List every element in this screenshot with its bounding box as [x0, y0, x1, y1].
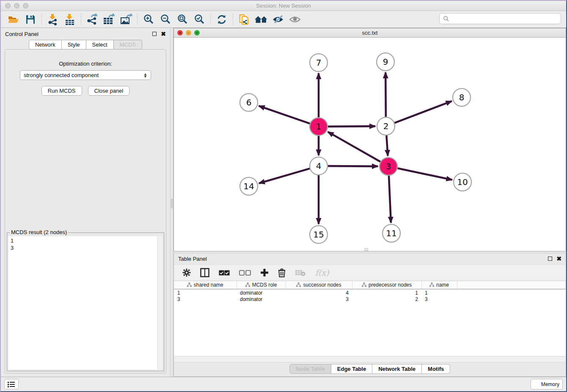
close-panel-button[interactable]: Close panel — [88, 86, 130, 96]
graph-edge-2-9[interactable] — [385, 72, 386, 117]
zoom-window-button[interactable] — [23, 3, 28, 8]
graph-node-2[interactable]: 2 — [377, 117, 395, 135]
column-header-successor-nodes[interactable]: successor nodes — [286, 281, 352, 289]
apply-style-button[interactable] — [213, 12, 230, 27]
open-session-button[interactable] — [5, 12, 22, 27]
close-window-button[interactable] — [5, 3, 11, 8]
column-header-name[interactable]: name — [421, 281, 457, 289]
close-panel-icon[interactable]: ✖ — [556, 257, 561, 261]
delete-table-button[interactable] — [295, 267, 306, 279]
graph-node-9[interactable]: 9 — [377, 53, 394, 71]
table-cell[interactable]: 2 — [352, 296, 421, 303]
column-label: shared name — [194, 282, 223, 288]
graph-node-10[interactable]: 10 — [454, 173, 471, 191]
show-task-history-button[interactable] — [4, 379, 19, 389]
hide-graphics-details-button[interactable] — [270, 12, 286, 27]
tab-network-table[interactable]: Network Table — [372, 364, 422, 374]
panel-splitter[interactable] — [170, 28, 173, 377]
tab-style[interactable]: Style — [62, 40, 86, 50]
column-header-predecessor-nodes[interactable]: predecessor nodes — [352, 281, 421, 289]
graph-node-7[interactable]: 7 — [310, 54, 328, 72]
graph-edge-2-3[interactable] — [386, 135, 388, 156]
mcds-result-list[interactable]: 1 3 — [8, 236, 157, 370]
table-hscrollbar[interactable] — [174, 356, 566, 362]
graph-node-3[interactable]: 3 — [380, 157, 397, 175]
zoom-out-button[interactable] — [157, 12, 174, 27]
float-panel-icon[interactable] — [152, 32, 157, 36]
control-panel-title: Control Panel — [5, 31, 39, 37]
graph-node-4[interactable]: 4 — [310, 157, 328, 175]
graph-edge-3-10[interactable] — [397, 168, 452, 179]
network-view-titlebar[interactable]: ✕ − + scc.txt — [174, 28, 566, 38]
node-table[interactable]: shared nameMCDS rolesuccessor nodesprede… — [174, 281, 566, 356]
close-panel-icon[interactable]: ✖ — [161, 32, 166, 36]
save-session-button[interactable] — [22, 12, 39, 27]
tab-select[interactable]: Select — [86, 40, 114, 50]
network-close-button[interactable]: ✕ — [177, 30, 183, 36]
run-mcds-button[interactable]: Run MCDS — [41, 86, 82, 96]
result-scrollbar[interactable] — [157, 236, 162, 370]
graph-node-8[interactable]: 8 — [453, 88, 471, 106]
graph-node-14[interactable]: 14 — [240, 177, 258, 195]
export-network-button[interactable] — [84, 12, 101, 27]
graph-node-15[interactable]: 15 — [310, 226, 328, 243]
delete-column-button[interactable] — [278, 267, 286, 279]
import-network-button[interactable] — [44, 12, 61, 27]
zoom-out-icon — [160, 14, 171, 25]
graph-edge-1-2[interactable] — [328, 126, 375, 127]
minimize-window-button[interactable] — [14, 3, 19, 8]
graph-edge-1-6[interactable] — [259, 106, 311, 124]
table-cell[interactable]: 3 — [174, 296, 237, 303]
network-canvas[interactable]: 7968124314101511 — [174, 38, 566, 251]
table-row[interactable]: 3dominator323 — [174, 296, 566, 303]
graph-edge-4-14[interactable] — [259, 168, 310, 183]
show-columns-button[interactable] — [200, 267, 209, 279]
graph-node-11[interactable]: 11 — [383, 224, 400, 242]
search-box[interactable] — [439, 13, 561, 24]
network-minimize-button[interactable]: − — [186, 30, 191, 36]
network-maximize-button[interactable]: + — [194, 30, 200, 36]
table-cell[interactable]: 3 — [421, 296, 457, 303]
table-row[interactable]: 1dominator411 — [174, 289, 566, 296]
graph-node-6[interactable]: 6 — [240, 94, 258, 111]
tab-node-table[interactable]: Node Table — [289, 364, 331, 374]
graph-edge-3-1[interactable] — [328, 132, 381, 162]
create-column-button[interactable] — [260, 267, 269, 279]
show-graphics-details-button[interactable] — [286, 12, 303, 27]
table-cell[interactable]: dominator — [237, 296, 286, 303]
export-image-button[interactable] — [118, 12, 135, 27]
tab-mcds[interactable]: MCDS — [114, 40, 142, 50]
graph-edge-4-3[interactable] — [328, 166, 378, 166]
column-header-mcds-role[interactable]: MCDS role — [237, 281, 286, 289]
function-builder-button[interactable]: f(x) — [315, 267, 329, 279]
clone-network-button[interactable] — [236, 12, 253, 27]
zoom-in-button[interactable] — [140, 12, 157, 27]
tab-motifs[interactable]: Motifs — [422, 364, 450, 374]
tab-network[interactable]: Network — [29, 40, 62, 50]
export-table-button[interactable] — [101, 12, 118, 27]
graph-edge-2-8[interactable] — [394, 101, 452, 123]
optimization-criterion-select[interactable]: strongly connected component ▲▼ — [20, 70, 151, 80]
graph-node-1[interactable]: 1 — [310, 118, 328, 135]
deselect-all-button[interactable] — [239, 267, 251, 279]
table-options-button[interactable] — [182, 267, 191, 279]
column-header-shared-name[interactable]: shared name — [174, 281, 237, 289]
canvas-resize-grip[interactable] — [364, 248, 368, 251]
table-cell[interactable]: 1 — [421, 289, 457, 296]
zoom-fit-button[interactable] — [174, 12, 191, 27]
select-all-button[interactable] — [219, 267, 230, 279]
zoom-selected-button[interactable] — [191, 12, 208, 27]
table-cell[interactable]: 1 — [352, 289, 421, 296]
memory-button[interactable]: Memory — [531, 379, 563, 389]
float-panel-icon[interactable] — [548, 257, 552, 261]
show-all-networks-button[interactable] — [253, 12, 270, 27]
tab-edge-table[interactable]: Edge Table — [331, 364, 372, 374]
splitter-grip[interactable] — [171, 199, 173, 208]
table-cell[interactable]: 4 — [286, 289, 352, 296]
import-table-button[interactable] — [61, 12, 78, 27]
table-cell[interactable]: 3 — [286, 296, 352, 303]
search-input[interactable] — [451, 16, 557, 22]
table-cell[interactable]: dominator — [237, 289, 286, 296]
table-cell[interactable]: 1 — [174, 289, 237, 296]
graph-edge-3-11[interactable] — [389, 175, 391, 223]
